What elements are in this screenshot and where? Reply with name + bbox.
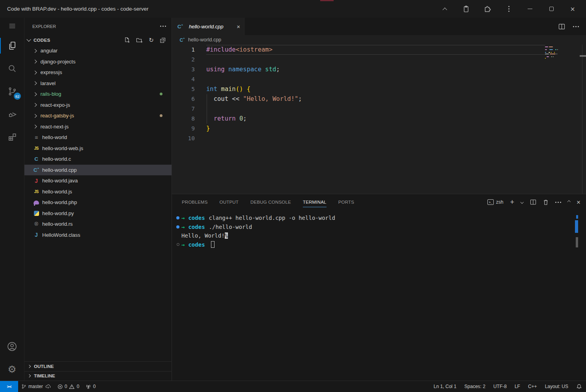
maximize-button[interactable] <box>543 2 559 16</box>
command-decoration-hollow <box>174 243 181 246</box>
terminal-scrollbar-slider[interactable] <box>576 237 578 247</box>
tab-close-icon[interactable]: × <box>237 23 240 30</box>
maximize-panel-icon[interactable] <box>567 201 570 204</box>
more-vertical-icon[interactable] <box>501 2 517 16</box>
panel-tab-terminal[interactable]: TERMINAL <box>303 194 327 210</box>
ports-item[interactable]: 0 <box>82 381 99 392</box>
error-count: 0 <box>65 384 67 389</box>
chevron-up-icon[interactable] <box>437 2 453 16</box>
notifications-bell-icon[interactable] <box>572 381 586 392</box>
code-line-7[interactable]: 7 <box>172 104 586 114</box>
explorer-sidebar: EXPLORER CODES ↻ angulardjango-projectse… <box>24 18 172 381</box>
sidebar-item-run-debug[interactable] <box>0 103 24 126</box>
code-editor[interactable]: 1#include<iostream>23using namespace std… <box>172 45 586 194</box>
tree-item-hello-world.rs[interactable]: ®hello-world.rs <box>24 219 172 230</box>
new-terminal-icon[interactable]: + <box>510 199 515 206</box>
section-header-outline[interactable]: OUTLINE <box>24 361 172 371</box>
code-line-8[interactable]: 8 return 0; <box>172 114 586 124</box>
panel-more-actions-icon[interactable] <box>555 202 561 203</box>
terminal-cursor <box>211 241 215 248</box>
indentation[interactable]: Spaces: 2 <box>461 381 489 392</box>
kill-terminal-icon[interactable] <box>543 199 549 205</box>
code-line-3[interactable]: 3using namespace std; <box>172 65 586 74</box>
tree-item-label: django-projects <box>41 59 76 65</box>
warning-count: 0 <box>77 384 79 389</box>
clipboard-icon[interactable] <box>458 2 474 16</box>
code-line-2[interactable]: 2 <box>172 55 586 65</box>
encoding[interactable]: UTF-8 <box>489 381 511 392</box>
chevron-right-icon <box>33 114 37 117</box>
code-line-1[interactable]: 1#include<iostream> <box>172 45 586 55</box>
new-file-icon[interactable] <box>124 37 130 43</box>
keyboard-layout[interactable]: Layout: US <box>541 381 572 392</box>
tree-item-react-gatsby-js[interactable]: react-gatsby-js <box>24 110 172 121</box>
problems-item[interactable]: 0 0 <box>54 381 82 392</box>
code-line-9[interactable]: 9} <box>172 124 586 134</box>
terminal-instance[interactable]: >_ zsh <box>487 199 504 205</box>
minimize-button[interactable] <box>522 2 538 16</box>
new-folder-icon[interactable] <box>136 37 143 43</box>
section-header-codes[interactable]: CODES ↻ <box>24 35 172 45</box>
tree-item-expressjs[interactable]: expressjs <box>24 67 172 78</box>
tree-item-hello-world[interactable]: ≡hello-world <box>24 132 172 143</box>
settings-gear-icon[interactable]: ⚙ <box>0 358 24 381</box>
tree-item-hello-world.js[interactable]: JShello-world.js <box>24 186 172 197</box>
tree-item-label: rails-blog <box>41 91 62 97</box>
code-line-5[interactable]: 5int main() { <box>172 84 586 94</box>
menu-icon[interactable] <box>0 18 24 34</box>
close-panel-icon[interactable]: × <box>577 199 580 206</box>
tree-item-label: react-next-js <box>41 124 69 130</box>
panel-tab-problems[interactable]: PROBLEMS <box>182 194 208 210</box>
panel-tab-ports[interactable]: PORTS <box>338 194 354 210</box>
close-button[interactable]: × <box>565 2 580 16</box>
explorer-more-actions-icon[interactable] <box>160 26 166 27</box>
sidebar-item-source-control[interactable]: 82 <box>0 80 24 103</box>
tree-item-hello-world.java[interactable]: Jhello-world.java <box>24 175 172 186</box>
tree-item-laravel[interactable]: laravel <box>24 78 172 89</box>
section-header-timeline[interactable]: TIMELINE <box>24 371 172 381</box>
chevron-right-icon <box>33 125 37 128</box>
tree-item-react-expo-js[interactable]: react-expo-js <box>24 100 172 111</box>
tree-item-django-projects[interactable]: django-projects <box>24 56 172 67</box>
split-terminal-icon[interactable] <box>530 199 536 205</box>
tree-item-hello-world-web.js[interactable]: JShello-world-web.js <box>24 143 172 154</box>
panel-tab-output[interactable]: OUTPUT <box>220 194 239 210</box>
titlebar: Code with BRAP.dev - hello-world.cpp - c… <box>0 0 586 18</box>
sidebar-item-explorer[interactable] <box>0 34 24 57</box>
collapse-all-icon[interactable] <box>160 37 166 43</box>
sidebar-title: EXPLORER <box>32 24 56 29</box>
tab-hello-world-cpp[interactable]: C+ hello-world.cpp × <box>172 18 244 35</box>
line-number: 7 <box>172 104 206 114</box>
breadcrumb-item[interactable]: hello-world.cpp <box>188 37 221 43</box>
split-editor-icon[interactable] <box>558 24 565 30</box>
tree-item-rails-blog[interactable]: rails-blog <box>24 89 172 100</box>
code-line-4[interactable]: 4 <box>172 74 586 84</box>
cursor-position[interactable]: Ln 1, Col 1 <box>430 381 461 392</box>
account-icon[interactable] <box>0 335 24 358</box>
sidebar-item-extensions[interactable] <box>0 126 24 149</box>
remote-indicator[interactable]: >< <box>0 381 18 392</box>
tree-item-react-next-js[interactable]: react-next-js <box>24 121 172 132</box>
editor-more-actions-icon[interactable] <box>573 26 579 27</box>
extensions-puzzle-icon[interactable] <box>480 2 495 16</box>
java-file-icon: J <box>33 177 40 184</box>
language-mode[interactable]: C++ <box>524 381 541 392</box>
eol-sequence[interactable]: LF <box>511 381 524 392</box>
command-decoration-filled <box>174 216 181 219</box>
tree-item-hello-world.c[interactable]: Chello-world.c <box>24 154 172 165</box>
refresh-icon[interactable]: ↻ <box>149 37 154 44</box>
terminal[interactable]: →codesclang++ hello-world.cpp -o hello-w… <box>172 210 586 381</box>
sidebar-item-search[interactable] <box>0 57 24 80</box>
code-line-10[interactable]: 10 <box>172 134 586 143</box>
git-branch-item[interactable]: master <box>18 381 54 392</box>
partial-line-marker: % <box>225 232 228 239</box>
tree-item-hello-world.cpp[interactable]: C+hello-world.cpp <box>24 165 172 176</box>
panel-tab-debug-console[interactable]: DEBUG CONSOLE <box>250 194 291 210</box>
tree-item-hello-world.php[interactable]: hello-world.php <box>24 197 172 208</box>
terminal-dropdown-icon[interactable] <box>521 201 524 204</box>
tree-item-angular[interactable]: angular <box>24 45 172 56</box>
code-line-6[interactable]: 6 cout << "Hello, World!"; <box>172 94 586 104</box>
minimap[interactable] <box>545 46 560 61</box>
tree-item-hello-world.py[interactable]: hello-world.py <box>24 208 172 219</box>
tree-item-HelloWorld.class[interactable]: JHelloWorld.class <box>24 230 172 241</box>
